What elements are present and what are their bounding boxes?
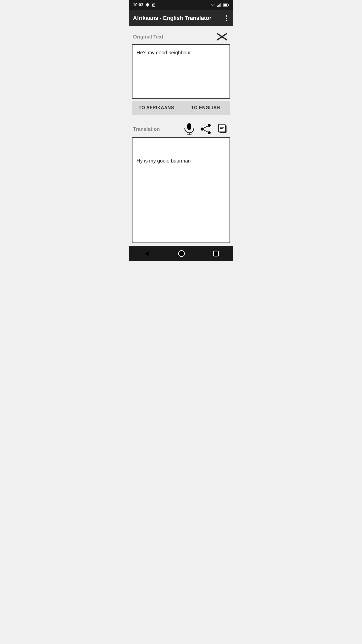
- translation-label: Translation: [133, 126, 160, 132]
- status-icons: [210, 3, 229, 7]
- wifi-icon: [210, 3, 215, 7]
- original-text-input[interactable]: He's my good neighbour: [137, 49, 225, 94]
- svg-rect-6: [217, 6, 218, 7]
- recents-square-icon: [213, 251, 219, 257]
- home-circle-icon: [178, 250, 185, 257]
- status-time: 10:03: [133, 3, 143, 7]
- button-row: TO AFRIKAANS TO ENGLISH: [132, 101, 230, 115]
- svg-rect-12: [228, 4, 229, 6]
- svg-point-29: [178, 251, 185, 257]
- to-afrikaans-button[interactable]: TO AFRIKAANS: [132, 101, 181, 115]
- svg-line-22: [203, 130, 208, 132]
- translated-text: Hy is my goeie buurman: [137, 157, 225, 165]
- recents-button[interactable]: [207, 249, 225, 259]
- original-text-input-container: He's my good neighbour: [132, 44, 230, 99]
- home-button[interactable]: [172, 248, 191, 259]
- svg-rect-24: [218, 124, 225, 132]
- copy-button[interactable]: [216, 123, 229, 135]
- back-button[interactable]: [137, 248, 156, 259]
- share-button[interactable]: [200, 123, 211, 135]
- svg-rect-25: [220, 126, 224, 126]
- svg-rect-9: [220, 3, 220, 7]
- close-x-icon: [216, 32, 228, 41]
- original-text-label: Original Text: [133, 34, 163, 40]
- app-bar: Afrikaans - English Translator: [129, 10, 233, 26]
- signal-icon: [217, 3, 221, 7]
- svg-marker-28: [145, 251, 149, 256]
- clear-button[interactable]: [215, 31, 229, 42]
- svg-rect-7: [218, 5, 219, 7]
- svg-rect-5: [153, 6, 154, 6]
- battery-icon: [223, 3, 229, 7]
- svg-rect-4: [153, 5, 154, 5]
- status-bar: 10:03: [129, 0, 233, 10]
- main-content: Original Text He's my good neighbour TO …: [129, 26, 233, 243]
- menu-dot-3: [226, 20, 227, 21]
- to-english-button[interactable]: TO ENGLISH: [181, 101, 230, 115]
- svg-rect-8: [219, 4, 220, 7]
- microphone-icon: [184, 123, 195, 135]
- menu-button[interactable]: [224, 13, 229, 23]
- svg-rect-15: [187, 123, 191, 130]
- bottom-nav: [129, 246, 233, 261]
- clipboard-icon: [152, 3, 156, 7]
- svg-rect-11: [223, 4, 227, 6]
- translation-header: Translation: [132, 121, 230, 137]
- translation-section: Translation: [132, 121, 230, 243]
- app-title: Afrikaans - English Translator: [133, 15, 211, 21]
- svg-rect-27: [220, 128, 223, 129]
- svg-rect-26: [220, 127, 224, 128]
- copy-icon: [216, 123, 229, 135]
- menu-dot-1: [226, 15, 227, 17]
- original-text-header: Original Text: [132, 29, 230, 44]
- share-icon: [200, 123, 211, 135]
- translation-output: Hy is my goeie buurman: [132, 137, 230, 243]
- svg-line-21: [203, 126, 208, 128]
- mic-button[interactable]: [184, 123, 195, 135]
- back-arrow-icon: [143, 250, 150, 257]
- svg-rect-30: [213, 251, 218, 256]
- menu-dot-2: [226, 18, 227, 19]
- svg-rect-3: [153, 5, 154, 5]
- notification-icon: [145, 3, 150, 7]
